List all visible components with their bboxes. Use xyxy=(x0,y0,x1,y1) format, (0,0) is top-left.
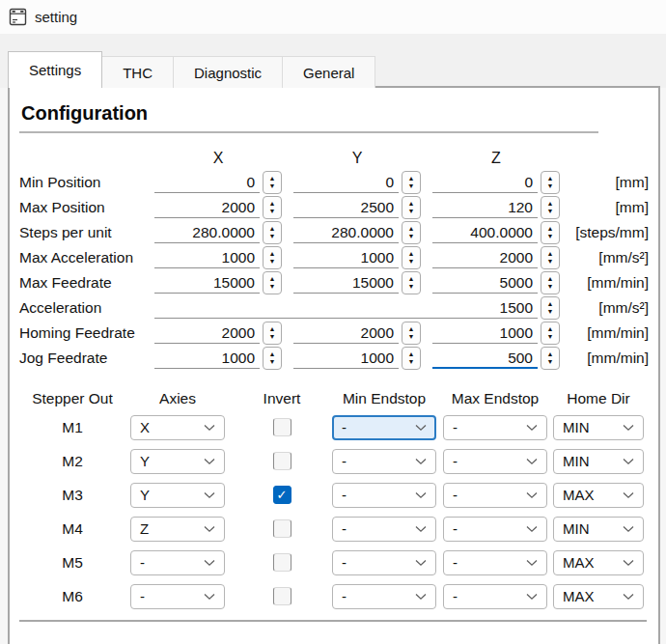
min-endstop-select[interactable]: - xyxy=(332,517,436,542)
tab-general[interactable]: General xyxy=(282,56,375,88)
axis-select[interactable]: - xyxy=(130,550,225,575)
y-spin-field[interactable]: 2000 xyxy=(293,322,399,344)
max-endstop-select[interactable]: - xyxy=(443,584,547,609)
spin-down-icon[interactable]: ▼ xyxy=(269,233,276,240)
spin-up-icon[interactable]: ▲ xyxy=(547,325,554,333)
spin-down-icon[interactable]: ▼ xyxy=(269,358,276,366)
spin-down-icon[interactable]: ▼ xyxy=(547,182,554,190)
axis-select[interactable]: Z xyxy=(130,517,225,542)
spin-down-icon[interactable]: ▼ xyxy=(269,182,276,190)
x-spin-field[interactable]: 15000 xyxy=(154,272,260,294)
z-spinner-buttons[interactable]: ▲ ▼ xyxy=(541,322,560,345)
invert-checkbox[interactable]: ✓ xyxy=(273,519,291,538)
min-endstop-select[interactable]: - xyxy=(332,550,436,575)
spin-up-icon[interactable]: ▲ xyxy=(547,200,554,208)
y-spinner-buttons[interactable]: ▲ ▼ xyxy=(402,322,421,345)
x-spinner-buttons[interactable]: ▲ ▼ xyxy=(263,221,282,244)
invert-checkbox[interactable]: ✓ xyxy=(273,553,291,572)
spin-up-icon[interactable]: ▲ xyxy=(408,350,415,358)
tab-settings[interactable]: Settings xyxy=(8,51,102,88)
y-spinner-buttons[interactable]: ▲ ▼ xyxy=(402,246,421,269)
y-spinner-buttons[interactable]: ▲ ▼ xyxy=(402,347,421,370)
spin-up-icon[interactable]: ▲ xyxy=(547,250,554,258)
max-endstop-select[interactable]: - xyxy=(443,449,547,474)
z-spinner-buttons[interactable]: ▲ ▼ xyxy=(541,347,560,370)
y-spin-field[interactable]: 1000 xyxy=(293,348,399,369)
spin-up-icon[interactable]: ▲ xyxy=(269,275,276,283)
x-spin-field[interactable]: 280.0000 xyxy=(154,222,260,243)
spin-down-icon[interactable]: ▼ xyxy=(408,208,415,215)
spin-down-icon[interactable]: ▼ xyxy=(269,283,276,291)
y-spinner-buttons[interactable]: ▲ ▼ xyxy=(402,171,421,194)
y-spinner-buttons[interactable]: ▲ ▼ xyxy=(402,221,421,244)
spin-up-icon[interactable]: ▲ xyxy=(269,250,276,258)
spin-down-icon[interactable]: ▼ xyxy=(547,283,554,291)
spin-up-icon[interactable]: ▲ xyxy=(269,200,276,208)
z-spin-field[interactable]: 2000 xyxy=(432,247,538,268)
spin-up-icon[interactable]: ▲ xyxy=(269,225,276,233)
spin-down-icon[interactable]: ▼ xyxy=(408,182,415,190)
tab-thc[interactable]: THC xyxy=(101,56,174,88)
invert-checkbox[interactable]: ✓ xyxy=(273,452,291,470)
max-endstop-select[interactable]: - xyxy=(443,517,547,542)
home-dir-select[interactable]: MAX xyxy=(553,483,644,508)
axis-select[interactable]: Y xyxy=(130,483,225,508)
x-spinner-buttons[interactable]: ▲ ▼ xyxy=(263,347,282,370)
invert-checkbox[interactable]: ✓ xyxy=(273,486,291,504)
spin-up-icon[interactable]: ▲ xyxy=(547,350,554,358)
z-spinner-buttons[interactable]: ▲ ▼ xyxy=(541,196,560,219)
spin-down-icon[interactable]: ▼ xyxy=(408,358,415,366)
y-spinner-buttons[interactable]: ▲ ▼ xyxy=(402,271,421,294)
spin-down-icon[interactable]: ▼ xyxy=(547,233,554,240)
z-spin-field[interactable]: 120 xyxy=(432,197,538,218)
min-endstop-select[interactable]: - xyxy=(332,584,436,609)
x-spin-field[interactable]: 2000 xyxy=(154,322,260,344)
spin-up-icon[interactable]: ▲ xyxy=(269,325,276,333)
spin-up-icon[interactable]: ▲ xyxy=(408,325,415,333)
spin-down-icon[interactable]: ▼ xyxy=(547,258,554,266)
invert-checkbox[interactable]: ✓ xyxy=(273,418,291,436)
spin-up-icon[interactable]: ▲ xyxy=(547,225,554,233)
x-spinner-buttons[interactable]: ▲ ▼ xyxy=(263,246,282,269)
z-spinner-buttons[interactable]: ▲ ▼ xyxy=(541,246,560,269)
home-dir-select[interactable]: MIN xyxy=(553,517,644,542)
home-dir-select[interactable]: MAX xyxy=(553,550,644,575)
max-endstop-select[interactable]: - xyxy=(443,415,547,440)
axis-select[interactable]: X xyxy=(130,415,225,440)
spin-down-icon[interactable]: ▼ xyxy=(408,258,415,266)
z-spinner-buttons[interactable]: ▲ ▼ xyxy=(541,271,560,294)
tab-diagnostic[interactable]: Diagnostic xyxy=(173,56,283,88)
spin-up-icon[interactable]: ▲ xyxy=(269,175,276,182)
x-spinner-buttons[interactable]: ▲ ▼ xyxy=(263,171,282,194)
x-spinner-buttons[interactable]: ▲ ▼ xyxy=(263,196,282,219)
spin-down-icon[interactable]: ▼ xyxy=(269,208,276,215)
x-spin-field[interactable]: 0 xyxy=(154,172,260,193)
spin-down-icon[interactable]: ▼ xyxy=(547,308,554,316)
min-endstop-select[interactable]: - xyxy=(332,483,436,508)
span-spinner-buttons[interactable]: ▲ ▼ xyxy=(541,296,560,320)
spin-down-icon[interactable]: ▼ xyxy=(269,258,276,266)
home-dir-select[interactable]: MAX xyxy=(553,584,644,609)
max-endstop-select[interactable]: - xyxy=(443,483,547,508)
z-spinner-buttons[interactable]: ▲ ▼ xyxy=(541,171,560,194)
x-spinner-buttons[interactable]: ▲ ▼ xyxy=(263,322,282,345)
max-endstop-select[interactable]: - xyxy=(443,550,547,575)
x-spin-field[interactable]: 2000 xyxy=(154,197,260,218)
spin-down-icon[interactable]: ▼ xyxy=(408,283,415,291)
invert-checkbox[interactable]: ✓ xyxy=(273,587,291,605)
z-spin-field[interactable]: 1000 xyxy=(432,322,538,344)
y-spin-field[interactable]: 280.0000 xyxy=(293,222,399,243)
y-spin-field[interactable]: 15000 xyxy=(293,272,399,294)
axis-select[interactable]: - xyxy=(130,584,225,609)
z-spin-field[interactable]: 5000 xyxy=(432,272,538,294)
z-spinner-buttons[interactable]: ▲ ▼ xyxy=(541,221,560,244)
min-endstop-select[interactable]: - xyxy=(332,415,436,440)
spin-down-icon[interactable]: ▼ xyxy=(408,233,415,240)
x-spinner-buttons[interactable]: ▲ ▼ xyxy=(263,271,282,294)
span-spin-field[interactable]: 1500 xyxy=(154,297,538,319)
spin-up-icon[interactable]: ▲ xyxy=(547,275,554,283)
z-spin-field[interactable]: 400.0000 xyxy=(432,222,538,243)
home-dir-select[interactable]: MIN xyxy=(553,449,644,474)
spin-up-icon[interactable]: ▲ xyxy=(269,350,276,358)
spin-up-icon[interactable]: ▲ xyxy=(408,200,415,208)
